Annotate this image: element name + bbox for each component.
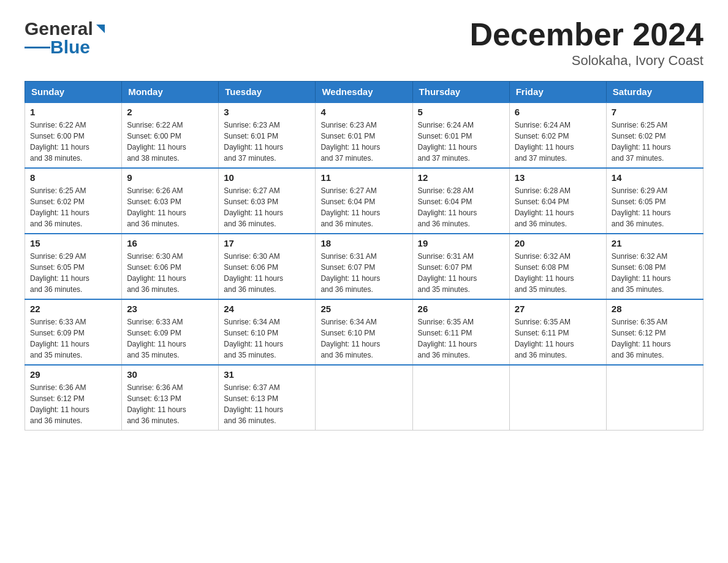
calendar-day-cell: 3Sunrise: 6:23 AMSunset: 6:01 PMDaylight… [219,102,316,168]
day-info: Sunrise: 6:23 AMSunset: 6:01 PMDaylight:… [224,120,310,164]
day-number: 21 [612,238,698,248]
day-info: Sunrise: 6:36 AMSunset: 6:13 PMDaylight:… [127,382,213,426]
day-info: Sunrise: 6:30 AMSunset: 6:06 PMDaylight:… [127,251,213,295]
calendar-day-cell: 26Sunrise: 6:35 AMSunset: 6:11 PMDayligh… [412,299,509,365]
day-number: 2 [127,107,213,117]
calendar-week-row: 1Sunrise: 6:22 AMSunset: 6:00 PMDaylight… [25,102,703,168]
day-number: 29 [30,369,116,380]
calendar-day-cell: 13Sunrise: 6:28 AMSunset: 6:04 PMDayligh… [509,168,606,234]
day-number: 5 [418,107,504,117]
calendar-day-cell [509,365,606,431]
day-number: 16 [127,238,213,248]
col-saturday: Saturday [606,82,703,103]
day-info: Sunrise: 6:29 AMSunset: 6:05 PMDaylight:… [612,185,698,229]
day-number: 11 [320,172,407,183]
day-number: 4 [320,107,407,117]
day-number: 15 [30,238,116,248]
page-header: General Blue December 2024 Solokaha, Ivo… [25,18,703,69]
calendar-day-cell: 8Sunrise: 6:25 AMSunset: 6:02 PMDaylight… [25,168,122,234]
calendar-day-cell [606,365,703,431]
day-info: Sunrise: 6:37 AMSunset: 6:13 PMDaylight:… [224,382,310,426]
col-monday: Monday [122,82,219,103]
calendar-day-cell: 27Sunrise: 6:35 AMSunset: 6:11 PMDayligh… [509,299,606,365]
day-info: Sunrise: 6:22 AMSunset: 6:00 PMDaylight:… [127,120,213,164]
day-info: Sunrise: 6:27 AMSunset: 6:04 PMDaylight:… [320,185,407,229]
day-info: Sunrise: 6:33 AMSunset: 6:09 PMDaylight:… [30,316,116,361]
day-number: 28 [612,304,698,314]
calendar-day-cell: 17Sunrise: 6:30 AMSunset: 6:06 PMDayligh… [219,234,316,299]
day-number: 17 [224,238,310,248]
day-number: 10 [224,172,310,183]
calendar-day-cell: 22Sunrise: 6:33 AMSunset: 6:09 PMDayligh… [25,299,122,365]
calendar-day-cell: 21Sunrise: 6:32 AMSunset: 6:08 PMDayligh… [606,234,703,299]
calendar-day-cell: 18Sunrise: 6:31 AMSunset: 6:07 PMDayligh… [316,234,412,299]
day-number: 27 [515,304,601,314]
day-info: Sunrise: 6:32 AMSunset: 6:08 PMDaylight:… [515,251,601,295]
calendar-day-cell: 4Sunrise: 6:23 AMSunset: 6:01 PMDaylight… [316,102,412,168]
calendar-day-cell: 19Sunrise: 6:31 AMSunset: 6:07 PMDayligh… [412,234,509,299]
calendar-table: Sunday Monday Tuesday Wednesday Thursday… [25,81,703,431]
calendar-week-row: 8Sunrise: 6:25 AMSunset: 6:02 PMDaylight… [25,168,703,234]
day-number: 13 [515,172,601,183]
day-number: 8 [30,172,116,183]
day-info: Sunrise: 6:32 AMSunset: 6:08 PMDaylight:… [612,251,698,295]
day-info: Sunrise: 6:24 AMSunset: 6:02 PMDaylight:… [515,120,601,164]
calendar-day-cell [316,365,412,431]
day-number: 23 [127,304,213,314]
calendar-day-cell: 31Sunrise: 6:37 AMSunset: 6:13 PMDayligh… [219,365,316,431]
day-info: Sunrise: 6:22 AMSunset: 6:00 PMDaylight:… [30,120,116,164]
col-friday: Friday [509,82,606,103]
col-tuesday: Tuesday [219,82,316,103]
calendar-day-cell: 24Sunrise: 6:34 AMSunset: 6:10 PMDayligh… [219,299,316,365]
location-title: Solokaha, Ivory Coast [469,53,703,69]
calendar-day-cell: 9Sunrise: 6:26 AMSunset: 6:03 PMDaylight… [122,168,219,234]
day-info: Sunrise: 6:28 AMSunset: 6:04 PMDaylight:… [418,185,504,229]
day-info: Sunrise: 6:31 AMSunset: 6:07 PMDaylight:… [418,251,504,295]
day-number: 12 [418,172,504,183]
day-info: Sunrise: 6:31 AMSunset: 6:07 PMDaylight:… [320,251,407,295]
title-block: December 2024 Solokaha, Ivory Coast [469,18,703,69]
calendar-day-cell: 12Sunrise: 6:28 AMSunset: 6:04 PMDayligh… [412,168,509,234]
calendar-day-cell: 6Sunrise: 6:24 AMSunset: 6:02 PMDaylight… [509,102,606,168]
day-info: Sunrise: 6:35 AMSunset: 6:11 PMDaylight:… [418,316,504,361]
day-number: 26 [418,304,504,314]
day-info: Sunrise: 6:25 AMSunset: 6:02 PMDaylight:… [612,120,698,164]
day-number: 30 [127,369,213,380]
day-number: 24 [224,304,310,314]
logo: General Blue [25,18,108,58]
day-number: 19 [418,238,504,248]
calendar-week-row: 29Sunrise: 6:36 AMSunset: 6:12 PMDayligh… [25,365,703,431]
day-number: 20 [515,238,601,248]
logo-triangle-icon [94,22,107,36]
col-sunday: Sunday [25,82,122,103]
calendar-day-cell: 20Sunrise: 6:32 AMSunset: 6:08 PMDayligh… [509,234,606,299]
calendar-day-cell: 11Sunrise: 6:27 AMSunset: 6:04 PMDayligh… [316,168,412,234]
day-number: 9 [127,172,213,183]
logo-blue: Blue [50,37,90,58]
day-info: Sunrise: 6:26 AMSunset: 6:03 PMDaylight:… [127,185,213,229]
calendar-day-cell: 14Sunrise: 6:29 AMSunset: 6:05 PMDayligh… [606,168,703,234]
calendar-day-cell: 30Sunrise: 6:36 AMSunset: 6:13 PMDayligh… [122,365,219,431]
day-info: Sunrise: 6:35 AMSunset: 6:12 PMDaylight:… [612,316,698,361]
day-info: Sunrise: 6:36 AMSunset: 6:12 PMDaylight:… [30,382,116,426]
day-info: Sunrise: 6:30 AMSunset: 6:06 PMDaylight:… [224,251,310,295]
day-number: 18 [320,238,407,248]
calendar-week-row: 15Sunrise: 6:29 AMSunset: 6:05 PMDayligh… [25,234,703,299]
calendar-day-cell: 15Sunrise: 6:29 AMSunset: 6:05 PMDayligh… [25,234,122,299]
day-number: 31 [224,369,310,380]
day-number: 3 [224,107,310,117]
month-title: December 2024 [469,18,703,50]
logo-general: General [25,18,93,39]
day-info: Sunrise: 6:25 AMSunset: 6:02 PMDaylight:… [30,185,116,229]
calendar-day-cell: 25Sunrise: 6:34 AMSunset: 6:10 PMDayligh… [316,299,412,365]
calendar-day-cell: 23Sunrise: 6:33 AMSunset: 6:09 PMDayligh… [122,299,219,365]
calendar-day-cell: 5Sunrise: 6:24 AMSunset: 6:01 PMDaylight… [412,102,509,168]
calendar-day-cell: 29Sunrise: 6:36 AMSunset: 6:12 PMDayligh… [25,365,122,431]
day-number: 7 [612,107,698,117]
day-info: Sunrise: 6:24 AMSunset: 6:01 PMDaylight:… [418,120,504,164]
day-info: Sunrise: 6:35 AMSunset: 6:11 PMDaylight:… [515,316,601,361]
col-thursday: Thursday [412,82,509,103]
calendar-day-cell: 16Sunrise: 6:30 AMSunset: 6:06 PMDayligh… [122,234,219,299]
day-number: 22 [30,304,116,314]
calendar-header-row: Sunday Monday Tuesday Wednesday Thursday… [25,82,703,103]
